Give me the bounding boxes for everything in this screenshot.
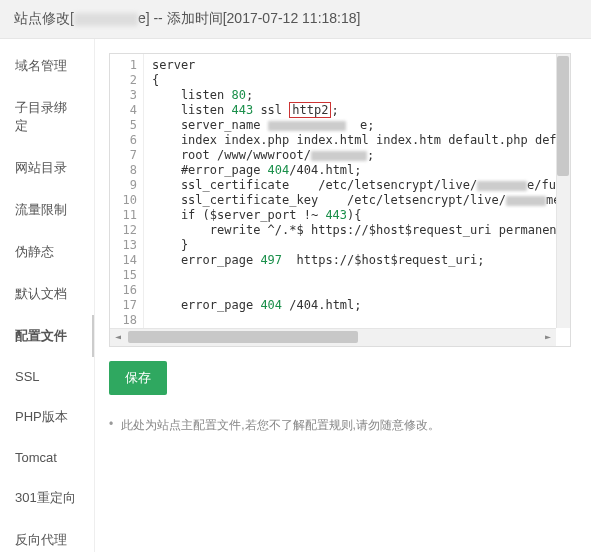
sidebar-item-domain[interactable]: 域名管理: [0, 45, 94, 87]
settings-sidebar: 域名管理 子目录绑定 网站目录 流量限制 伪静态 默认文档 配置文件 SSL P…: [0, 39, 95, 552]
title-prefix: 站点修改[: [14, 10, 74, 26]
sidebar-item-site-dir[interactable]: 网站目录: [0, 147, 94, 189]
editor-code[interactable]: server{ listen 80; listen 443 ssl http2;…: [144, 54, 570, 328]
tip-text: 此处为站点主配置文件,若您不了解配置规则,请勿随意修改。: [121, 417, 440, 434]
editor-gutter: 123456789101112131415161718: [110, 54, 144, 328]
save-button[interactable]: 保存: [109, 361, 167, 395]
site-edit-modal: 站点修改[e] -- 添加时间[2017-07-12 11:18:18] 域名管…: [0, 0, 591, 552]
scroll-thumb-h[interactable]: [128, 331, 358, 343]
sidebar-item-php-version[interactable]: PHP版本: [0, 396, 94, 438]
sidebar-item-tomcat[interactable]: Tomcat: [0, 438, 94, 477]
blurred-domain: [74, 13, 138, 26]
title-middle: e] -- 添加时间[: [138, 10, 227, 26]
editor-horizontal-scrollbar[interactable]: ◄ ►: [110, 328, 556, 346]
sidebar-item-default-doc[interactable]: 默认文档: [0, 273, 94, 315]
bullet-icon: •: [109, 417, 113, 431]
sidebar-item-ssl[interactable]: SSL: [0, 357, 94, 396]
title-suffix: ]: [357, 10, 361, 26]
scroll-right-icon[interactable]: ►: [540, 330, 556, 346]
scroll-left-icon[interactable]: ◄: [110, 330, 126, 346]
config-editor[interactable]: 123456789101112131415161718 server{ list…: [109, 53, 571, 347]
config-content: 123456789101112131415161718 server{ list…: [95, 39, 591, 552]
sidebar-item-reverse-proxy[interactable]: 反向代理: [0, 519, 94, 552]
sidebar-item-traffic[interactable]: 流量限制: [0, 189, 94, 231]
sidebar-item-config-file[interactable]: 配置文件: [0, 315, 94, 357]
scroll-thumb-v[interactable]: [557, 56, 569, 176]
sidebar-item-subdir[interactable]: 子目录绑定: [0, 87, 94, 147]
sidebar-item-rewrite[interactable]: 伪静态: [0, 231, 94, 273]
editor-vertical-scrollbar[interactable]: [556, 54, 570, 328]
sidebar-item-301-redirect[interactable]: 301重定向: [0, 477, 94, 519]
config-tip: • 此处为站点主配置文件,若您不了解配置规则,请勿随意修改。: [109, 417, 591, 434]
title-time: 2017-07-12 11:18:18: [227, 10, 357, 26]
modal-title-bar: 站点修改[e] -- 添加时间[2017-07-12 11:18:18]: [0, 0, 591, 39]
modal-body: 域名管理 子目录绑定 网站目录 流量限制 伪静态 默认文档 配置文件 SSL P…: [0, 39, 591, 552]
